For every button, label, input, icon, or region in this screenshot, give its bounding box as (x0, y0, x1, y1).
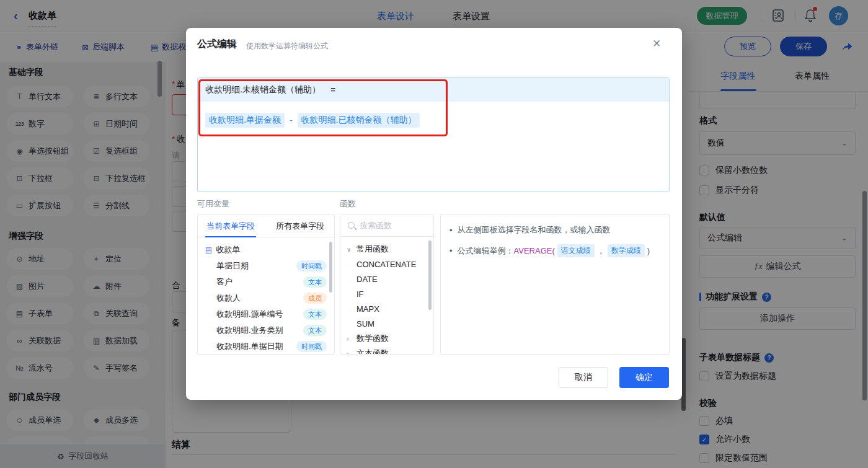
cancel-button[interactable]: 取消 (559, 367, 608, 388)
modal-title: 公式编辑 (197, 38, 237, 51)
function-item[interactable]: CONCATENATE (340, 257, 433, 272)
type-badge: 文本 (303, 276, 327, 288)
type-badge: 成员 (303, 293, 327, 304)
variables-panel: 当前表单字段 所有表单字段 ▤ 收款单 单据日期时间戳 客户文本 收款人成员 收… (197, 214, 335, 355)
function-item[interactable]: IF (340, 286, 433, 301)
search-placeholder: 搜索函数 (360, 220, 392, 231)
function-item[interactable]: MAPX (340, 301, 433, 316)
type-badge: 时间戳 (296, 341, 327, 352)
formula-operand-1[interactable]: 收款明细.单据金额 (205, 113, 285, 128)
search-icon (348, 222, 355, 229)
example-field-chip: 语文成绩 (557, 244, 595, 257)
equals-sign: = (330, 85, 335, 95)
chevron-down-icon: ∨ (347, 246, 353, 253)
help-line-2: 公式编辑举例：AVERAGE(语文成绩，数学成绩) (450, 244, 660, 257)
minus-operator: - (290, 115, 293, 125)
variable-row[interactable]: 收款人成员 (198, 290, 334, 306)
type-badge: 时间戳 (296, 260, 327, 272)
group-common-functions[interactable]: ∨常用函数 (340, 242, 433, 257)
variable-row[interactable]: 单据日期时间戳 (198, 258, 334, 274)
function-item[interactable]: DATE (340, 272, 433, 286)
variable-row[interactable]: 收款明细.源单编号文本 (198, 306, 334, 322)
chevron-right-icon: › (347, 335, 353, 342)
variable-row[interactable]: 收款明细.单据日期时间戳 (198, 338, 334, 355)
formula-expression: 收款明细.单据金额 - 收款明细.已核销金额（辅助） (205, 113, 420, 128)
type-badge: 文本 (303, 309, 327, 320)
formula-editor-modal: 公式编辑 使用数学运算符编辑公式 ✕ 收款明细.未核销金额（辅助） = 收款明细… (186, 28, 682, 400)
functions-label: 函数 (340, 198, 356, 210)
functions-scrollbar[interactable] (428, 241, 432, 310)
formula-editor-area[interactable]: 收款明细.未核销金额（辅助） = 收款明细.单据金额 - 收款明细.已核销金额（… (197, 77, 670, 192)
variables-scrollbar[interactable] (329, 242, 332, 293)
formula-help-panel: 从左侧面板选择字段名和函数，或输入函数 公式编辑举例：AVERAGE(语文成绩，… (440, 214, 670, 355)
tab-current-form-fields[interactable]: 当前表单字段 (206, 221, 255, 232)
average-function-text: AVERAGE( (514, 246, 555, 255)
tab-all-form-fields[interactable]: 所有表单字段 (276, 221, 324, 232)
variable-row[interactable]: 收款明细.业务类别文本 (198, 322, 334, 338)
group-math-functions[interactable]: ›数学函数 (340, 331, 433, 346)
form-node[interactable]: ▤ 收款单 (198, 242, 334, 258)
variable-row[interactable]: 客户文本 (198, 274, 334, 290)
group-text-functions[interactable]: ›文本函数 (340, 346, 433, 355)
formula-operand-2[interactable]: 收款明细.已核销金额（辅助） (298, 113, 420, 128)
form-doc-icon: ▤ (205, 245, 212, 254)
functions-list: ∨常用函数 CONCATENATE DATE IF MAPX SUM ›数学函数… (340, 237, 433, 355)
variables-tree: ▤ 收款单 单据日期时间戳 客户文本 收款人成员 收款明细.源单编号文本 收款明… (198, 237, 334, 355)
chevron-right-icon: › (347, 350, 353, 355)
confirm-button[interactable]: 确定 (619, 367, 669, 388)
type-badge: 文本 (303, 325, 327, 336)
formula-target-row: 收款明细.未核销金额（辅助） = (198, 78, 669, 102)
help-line-1: 从左侧面板选择字段名和函数，或输入函数 (450, 224, 660, 236)
function-search-input[interactable]: 搜索函数 (340, 214, 433, 237)
function-item[interactable]: SUM (340, 316, 433, 331)
close-icon[interactable]: ✕ (652, 37, 661, 50)
modal-subtitle: 使用数学运算符编辑公式 (246, 41, 328, 51)
variables-label: 可用变量 (197, 198, 229, 210)
functions-panel: 搜索函数 ∨常用函数 CONCATENATE DATE IF MAPX SUM … (340, 214, 434, 355)
example-field-chip: 数学成绩 (608, 244, 645, 257)
variables-tabs: 当前表单字段 所有表单字段 (198, 214, 334, 237)
form-designer-app: ‹ 收款单 表单设计 表单设置 数据管理 存 ⚭ 表单外链 ⊠ 后端脚本 ▤ 数… (0, 0, 868, 468)
